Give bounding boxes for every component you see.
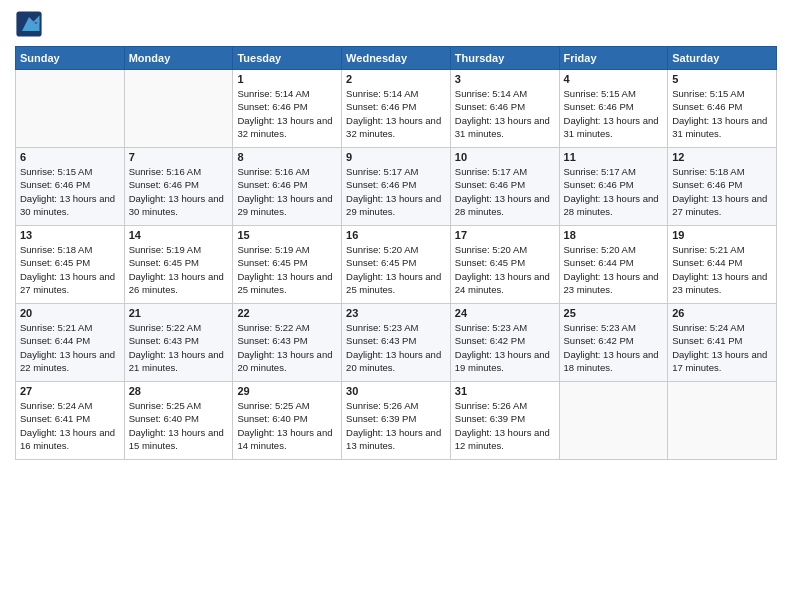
calendar-cell: 25Sunrise: 5:23 AM Sunset: 6:42 PM Dayli… bbox=[559, 304, 668, 382]
day-info: Sunrise: 5:14 AM Sunset: 6:46 PM Dayligh… bbox=[455, 87, 555, 140]
header-row: SundayMondayTuesdayWednesdayThursdayFrid… bbox=[16, 47, 777, 70]
header-cell-sunday: Sunday bbox=[16, 47, 125, 70]
calendar-header: SundayMondayTuesdayWednesdayThursdayFrid… bbox=[16, 47, 777, 70]
calendar-cell bbox=[124, 70, 233, 148]
calendar-cell: 18Sunrise: 5:20 AM Sunset: 6:44 PM Dayli… bbox=[559, 226, 668, 304]
calendar-cell: 14Sunrise: 5:19 AM Sunset: 6:45 PM Dayli… bbox=[124, 226, 233, 304]
day-info: Sunrise: 5:20 AM Sunset: 6:44 PM Dayligh… bbox=[564, 243, 664, 296]
day-number: 25 bbox=[564, 307, 664, 319]
day-number: 19 bbox=[672, 229, 772, 241]
calendar-cell: 27Sunrise: 5:24 AM Sunset: 6:41 PM Dayli… bbox=[16, 382, 125, 460]
day-info: Sunrise: 5:18 AM Sunset: 6:46 PM Dayligh… bbox=[672, 165, 772, 218]
calendar-cell: 26Sunrise: 5:24 AM Sunset: 6:41 PM Dayli… bbox=[668, 304, 777, 382]
day-number: 11 bbox=[564, 151, 664, 163]
day-info: Sunrise: 5:21 AM Sunset: 6:44 PM Dayligh… bbox=[20, 321, 120, 374]
day-number: 23 bbox=[346, 307, 446, 319]
day-info: Sunrise: 5:22 AM Sunset: 6:43 PM Dayligh… bbox=[237, 321, 337, 374]
day-number: 3 bbox=[455, 73, 555, 85]
day-number: 6 bbox=[20, 151, 120, 163]
day-number: 9 bbox=[346, 151, 446, 163]
day-info: Sunrise: 5:26 AM Sunset: 6:39 PM Dayligh… bbox=[455, 399, 555, 452]
calendar-cell: 8Sunrise: 5:16 AM Sunset: 6:46 PM Daylig… bbox=[233, 148, 342, 226]
day-info: Sunrise: 5:25 AM Sunset: 6:40 PM Dayligh… bbox=[129, 399, 229, 452]
calendar-cell bbox=[668, 382, 777, 460]
day-info: Sunrise: 5:19 AM Sunset: 6:45 PM Dayligh… bbox=[129, 243, 229, 296]
day-number: 22 bbox=[237, 307, 337, 319]
day-number: 15 bbox=[237, 229, 337, 241]
day-number: 24 bbox=[455, 307, 555, 319]
calendar-cell: 6Sunrise: 5:15 AM Sunset: 6:46 PM Daylig… bbox=[16, 148, 125, 226]
day-info: Sunrise: 5:23 AM Sunset: 6:43 PM Dayligh… bbox=[346, 321, 446, 374]
day-number: 10 bbox=[455, 151, 555, 163]
day-number: 2 bbox=[346, 73, 446, 85]
header-cell-thursday: Thursday bbox=[450, 47, 559, 70]
day-info: Sunrise: 5:17 AM Sunset: 6:46 PM Dayligh… bbox=[455, 165, 555, 218]
day-info: Sunrise: 5:23 AM Sunset: 6:42 PM Dayligh… bbox=[564, 321, 664, 374]
day-info: Sunrise: 5:22 AM Sunset: 6:43 PM Dayligh… bbox=[129, 321, 229, 374]
day-info: Sunrise: 5:24 AM Sunset: 6:41 PM Dayligh… bbox=[672, 321, 772, 374]
calendar-cell: 13Sunrise: 5:18 AM Sunset: 6:45 PM Dayli… bbox=[16, 226, 125, 304]
day-number: 30 bbox=[346, 385, 446, 397]
day-number: 16 bbox=[346, 229, 446, 241]
calendar-cell: 19Sunrise: 5:21 AM Sunset: 6:44 PM Dayli… bbox=[668, 226, 777, 304]
day-number: 31 bbox=[455, 385, 555, 397]
header-cell-wednesday: Wednesday bbox=[342, 47, 451, 70]
day-number: 27 bbox=[20, 385, 120, 397]
calendar-cell: 23Sunrise: 5:23 AM Sunset: 6:43 PM Dayli… bbox=[342, 304, 451, 382]
calendar-cell: 22Sunrise: 5:22 AM Sunset: 6:43 PM Dayli… bbox=[233, 304, 342, 382]
day-number: 4 bbox=[564, 73, 664, 85]
calendar-cell: 2Sunrise: 5:14 AM Sunset: 6:46 PM Daylig… bbox=[342, 70, 451, 148]
calendar-cell: 12Sunrise: 5:18 AM Sunset: 6:46 PM Dayli… bbox=[668, 148, 777, 226]
day-number: 17 bbox=[455, 229, 555, 241]
calendar-cell bbox=[559, 382, 668, 460]
header-cell-friday: Friday bbox=[559, 47, 668, 70]
calendar-cell: 17Sunrise: 5:20 AM Sunset: 6:45 PM Dayli… bbox=[450, 226, 559, 304]
calendar-cell: 9Sunrise: 5:17 AM Sunset: 6:46 PM Daylig… bbox=[342, 148, 451, 226]
day-number: 8 bbox=[237, 151, 337, 163]
calendar-week-5: 27Sunrise: 5:24 AM Sunset: 6:41 PM Dayli… bbox=[16, 382, 777, 460]
day-info: Sunrise: 5:23 AM Sunset: 6:42 PM Dayligh… bbox=[455, 321, 555, 374]
day-info: Sunrise: 5:24 AM Sunset: 6:41 PM Dayligh… bbox=[20, 399, 120, 452]
day-info: Sunrise: 5:14 AM Sunset: 6:46 PM Dayligh… bbox=[346, 87, 446, 140]
day-number: 18 bbox=[564, 229, 664, 241]
calendar-cell: 3Sunrise: 5:14 AM Sunset: 6:46 PM Daylig… bbox=[450, 70, 559, 148]
calendar-cell: 10Sunrise: 5:17 AM Sunset: 6:46 PM Dayli… bbox=[450, 148, 559, 226]
day-info: Sunrise: 5:17 AM Sunset: 6:46 PM Dayligh… bbox=[346, 165, 446, 218]
day-info: Sunrise: 5:17 AM Sunset: 6:46 PM Dayligh… bbox=[564, 165, 664, 218]
day-info: Sunrise: 5:25 AM Sunset: 6:40 PM Dayligh… bbox=[237, 399, 337, 452]
calendar-cell: 16Sunrise: 5:20 AM Sunset: 6:45 PM Dayli… bbox=[342, 226, 451, 304]
calendar-week-3: 13Sunrise: 5:18 AM Sunset: 6:45 PM Dayli… bbox=[16, 226, 777, 304]
calendar-cell: 30Sunrise: 5:26 AM Sunset: 6:39 PM Dayli… bbox=[342, 382, 451, 460]
calendar-cell: 1Sunrise: 5:14 AM Sunset: 6:46 PM Daylig… bbox=[233, 70, 342, 148]
calendar-cell: 20Sunrise: 5:21 AM Sunset: 6:44 PM Dayli… bbox=[16, 304, 125, 382]
day-info: Sunrise: 5:15 AM Sunset: 6:46 PM Dayligh… bbox=[672, 87, 772, 140]
calendar-cell: 24Sunrise: 5:23 AM Sunset: 6:42 PM Dayli… bbox=[450, 304, 559, 382]
calendar-table: SundayMondayTuesdayWednesdayThursdayFrid… bbox=[15, 46, 777, 460]
day-info: Sunrise: 5:15 AM Sunset: 6:46 PM Dayligh… bbox=[564, 87, 664, 140]
day-number: 28 bbox=[129, 385, 229, 397]
calendar-week-4: 20Sunrise: 5:21 AM Sunset: 6:44 PM Dayli… bbox=[16, 304, 777, 382]
calendar-cell: 21Sunrise: 5:22 AM Sunset: 6:43 PM Dayli… bbox=[124, 304, 233, 382]
calendar-cell: 4Sunrise: 5:15 AM Sunset: 6:46 PM Daylig… bbox=[559, 70, 668, 148]
calendar-cell: 15Sunrise: 5:19 AM Sunset: 6:45 PM Dayli… bbox=[233, 226, 342, 304]
day-info: Sunrise: 5:18 AM Sunset: 6:45 PM Dayligh… bbox=[20, 243, 120, 296]
day-number: 5 bbox=[672, 73, 772, 85]
page-header bbox=[15, 10, 777, 38]
day-info: Sunrise: 5:14 AM Sunset: 6:46 PM Dayligh… bbox=[237, 87, 337, 140]
day-info: Sunrise: 5:15 AM Sunset: 6:46 PM Dayligh… bbox=[20, 165, 120, 218]
day-number: 1 bbox=[237, 73, 337, 85]
logo bbox=[15, 10, 47, 38]
day-number: 13 bbox=[20, 229, 120, 241]
day-info: Sunrise: 5:19 AM Sunset: 6:45 PM Dayligh… bbox=[237, 243, 337, 296]
day-number: 26 bbox=[672, 307, 772, 319]
day-info: Sunrise: 5:20 AM Sunset: 6:45 PM Dayligh… bbox=[455, 243, 555, 296]
calendar-cell: 11Sunrise: 5:17 AM Sunset: 6:46 PM Dayli… bbox=[559, 148, 668, 226]
header-cell-monday: Monday bbox=[124, 47, 233, 70]
calendar-body: 1Sunrise: 5:14 AM Sunset: 6:46 PM Daylig… bbox=[16, 70, 777, 460]
day-number: 29 bbox=[237, 385, 337, 397]
day-info: Sunrise: 5:26 AM Sunset: 6:39 PM Dayligh… bbox=[346, 399, 446, 452]
day-number: 14 bbox=[129, 229, 229, 241]
calendar-cell: 31Sunrise: 5:26 AM Sunset: 6:39 PM Dayli… bbox=[450, 382, 559, 460]
calendar-cell: 28Sunrise: 5:25 AM Sunset: 6:40 PM Dayli… bbox=[124, 382, 233, 460]
calendar-cell: 5Sunrise: 5:15 AM Sunset: 6:46 PM Daylig… bbox=[668, 70, 777, 148]
